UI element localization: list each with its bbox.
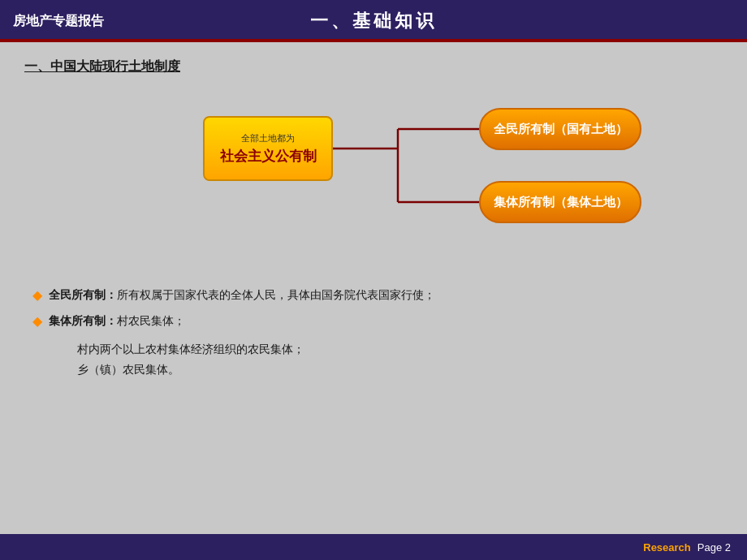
- bullet-section: ◆ 全民所有制：所有权属于国家代表的全体人民，具体由国务院代表国家行使； ◆ 集…: [24, 286, 723, 380]
- indent-line-1: 村内两个以上农村集体经济组织的农民集体；: [77, 339, 723, 360]
- right-node-2: 集体所有制（集体土地）: [479, 181, 641, 223]
- bullet-text-1: 全民所有制：所有权属于国家代表的全体人民，具体由国务院代表国家行使；: [49, 286, 435, 304]
- top-bar: 房地产专题报告 一、基础知识: [0, 0, 747, 42]
- main-content: 一、中国大陆现行土地制度 全部土地都为 社会主义公有制 全民所有制（国有土地）: [0, 42, 747, 554]
- root-node: 全部土地都为 社会主义公有制: [203, 116, 333, 181]
- footer-research: Research: [643, 541, 691, 554]
- right-node-1: 全民所有制（国有土地）: [479, 108, 641, 150]
- section-title: 一、中国大陆现行土地制度: [24, 58, 723, 75]
- bullet-item-1: ◆ 全民所有制：所有权属于国家代表的全体人民，具体由国务院代表国家行使；: [32, 286, 723, 304]
- bullet-item-2: ◆ 集体所有制：村农民集体；: [32, 312, 723, 330]
- bullet-diamond-2: ◆: [32, 313, 42, 329]
- footer: Research Page 2: [0, 534, 747, 560]
- company-label: 房地产专题报告: [0, 13, 104, 30]
- root-main-text: 社会主义公有制: [220, 147, 317, 166]
- root-top-text: 全部土地都为: [241, 132, 295, 144]
- right-node-1-label: 全民所有制（国有土地）: [494, 122, 628, 137]
- footer-page: Page 2: [697, 541, 731, 554]
- bullet-diamond-1: ◆: [32, 287, 42, 303]
- diagram-container: 全部土地都为 社会主义公有制 全民所有制（国有土地） 集体所有制（集体土地）: [24, 92, 723, 270]
- bullet-text-2: 集体所有制：村农民集体；: [49, 312, 185, 330]
- indent-line-2: 乡（镇）农民集体。: [77, 360, 723, 380]
- right-node-2-label: 集体所有制（集体土地）: [494, 195, 628, 210]
- page-title: 一、基础知识: [310, 9, 437, 33]
